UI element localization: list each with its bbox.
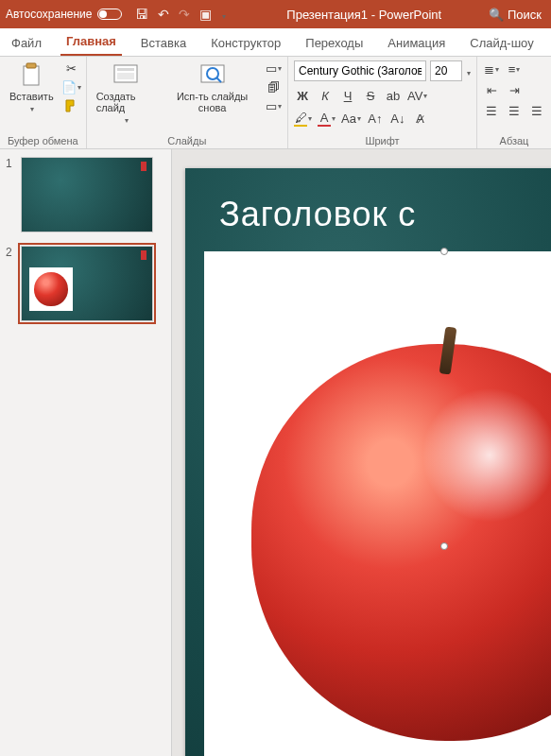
underline-button[interactable]: Ч — [339, 87, 356, 104]
numbering-button[interactable]: ≡ — [506, 60, 523, 77]
ribbon: Вставить ✂ 📄 Буфер обмена Создать слайд — [0, 57, 551, 149]
ribbon-tabs: Файл Главная Вставка Конструктор Переход… — [0, 28, 551, 57]
title-bar: Автосохранение 🖫 ↶ ↷ ▣ Презентация1 - Po… — [0, 0, 551, 28]
highlight-color-button[interactable]: 🖊 — [294, 110, 312, 127]
inserted-image[interactable] — [204, 251, 551, 756]
group-font: Ж К Ч S ab AV 🖊 A Aa A↑ A↓ A̷ Шрифт — [288, 57, 477, 148]
slide-thumb-1[interactable]: 1 — [6, 157, 165, 232]
svg-rect-1 — [26, 63, 36, 68]
new-slide-label: Создать слайд — [96, 91, 157, 113]
group-font-label: Шрифт — [294, 133, 471, 146]
redo-icon[interactable]: ↷ — [179, 7, 190, 22]
selection-handle-icon[interactable] — [440, 542, 448, 550]
decrease-indent-button[interactable]: ⇤ — [483, 81, 500, 98]
strikethrough-button[interactable]: S — [362, 87, 379, 104]
reuse-slides-button[interactable]: Исп-ть слайды снова — [165, 60, 259, 115]
clipboard-icon — [18, 62, 44, 89]
slide-thumb-2[interactable]: 2 — [6, 246, 165, 321]
font-family-select[interactable] — [294, 60, 426, 81]
tab-slideshow[interactable]: Слайд-шоу — [464, 30, 539, 56]
group-slides-label: Слайды — [93, 133, 282, 146]
undo-icon[interactable]: ↶ — [158, 7, 169, 22]
paste-button[interactable]: Вставить — [6, 60, 58, 115]
search-button[interactable]: 🔍 Поиск — [489, 8, 542, 22]
slide-canvas[interactable]: Заголовок с — [185, 168, 551, 756]
new-slide-button[interactable]: Создать слайд — [93, 60, 161, 127]
shrink-font-button[interactable]: A↓ — [389, 110, 406, 127]
save-icon[interactable]: 🖫 — [135, 7, 148, 22]
chevron-down-icon — [29, 102, 34, 113]
qat-more-icon[interactable] — [221, 7, 226, 22]
apple-image — [251, 344, 551, 741]
workspace: 1 2 Заголовок с — [0, 149, 551, 756]
cut-icon[interactable]: ✂ — [63, 60, 80, 76]
bullets-button[interactable]: ≣ — [483, 60, 500, 77]
tab-file[interactable]: Файл — [6, 30, 47, 56]
slide-title-text[interactable]: Заголовок с — [219, 195, 416, 234]
grow-font-button[interactable]: A↑ — [367, 110, 384, 127]
svg-rect-3 — [117, 68, 134, 71]
tab-animation[interactable]: Анимация — [382, 30, 451, 56]
layout-icon[interactable]: ▭ — [265, 60, 282, 76]
tab-insert[interactable]: Вставка — [135, 30, 192, 56]
font-color-button[interactable]: A — [318, 110, 336, 127]
autosave-label: Автосохранение — [6, 8, 92, 21]
tab-transitions[interactable]: Переходы — [300, 30, 369, 56]
group-clipboard-label: Буфер обмена — [6, 133, 80, 146]
italic-button[interactable]: К — [317, 87, 334, 104]
new-slide-icon — [112, 62, 139, 89]
quick-access-toolbar: 🖫 ↶ ↷ ▣ — [135, 7, 226, 22]
shadow-button[interactable]: ab — [385, 87, 402, 104]
reuse-slides-label: Исп-ть слайды снова — [169, 91, 255, 113]
section-icon[interactable]: ▭ — [265, 98, 282, 113]
chevron-down-icon — [124, 113, 129, 125]
font-size-select[interactable] — [430, 60, 462, 81]
slide-editor[interactable]: Заголовок с — [172, 149, 551, 756]
search-icon: 🔍 — [489, 8, 504, 22]
reuse-slides-icon — [199, 62, 226, 89]
selection-handle-icon[interactable] — [440, 248, 448, 255]
thumb-image — [29, 267, 73, 311]
present-icon[interactable]: ▣ — [199, 7, 212, 22]
reset-icon[interactable]: 🗐 — [265, 79, 282, 94]
group-clipboard: Вставить ✂ 📄 Буфер обмена — [0, 57, 87, 148]
paste-label: Вставить — [9, 91, 54, 102]
group-slides: Создать слайд Исп-ть слайды снова ▭ 🗐 ▭ … — [87, 57, 288, 148]
copy-icon[interactable]: 📄 — [63, 79, 80, 94]
change-case-button[interactable]: Aa — [341, 110, 361, 127]
bold-button[interactable]: Ж — [294, 87, 311, 104]
clear-format-button[interactable]: A̷ — [412, 110, 429, 127]
thumb-preview[interactable] — [21, 246, 153, 321]
autosave-toggle[interactable]: Автосохранение — [6, 8, 122, 21]
increase-indent-button[interactable]: ⇥ — [506, 81, 523, 98]
align-center-button[interactable]: ☰ — [506, 102, 523, 119]
svg-rect-4 — [117, 73, 134, 79]
tab-design[interactable]: Конструктор — [205, 30, 286, 56]
mark-icon — [141, 162, 146, 171]
toggle-off-icon[interactable] — [97, 9, 122, 20]
format-painter-icon[interactable] — [63, 98, 80, 113]
tab-home[interactable]: Главная — [60, 28, 122, 56]
group-paragraph-label: Абзац — [483, 133, 545, 146]
group-paragraph: ≣ ≡ ⇤ ⇥ ☰ ☰ ☰ Абзац — [477, 57, 551, 148]
align-right-button[interactable]: ☰ — [528, 102, 545, 119]
char-spacing-button[interactable]: AV — [407, 87, 427, 104]
thumb-number: 2 — [6, 246, 15, 321]
align-left-button[interactable]: ☰ — [483, 102, 500, 119]
thumb-number: 1 — [6, 157, 15, 232]
mark-icon — [141, 250, 146, 260]
document-title: Презентация1 - PowerPoint — [239, 8, 488, 22]
search-label: Поиск — [508, 8, 542, 22]
svg-rect-0 — [24, 66, 39, 85]
thumbnail-pane: 1 2 — [0, 149, 172, 756]
thumb-preview[interactable] — [21, 157, 153, 232]
chevron-down-icon[interactable] — [466, 62, 471, 79]
